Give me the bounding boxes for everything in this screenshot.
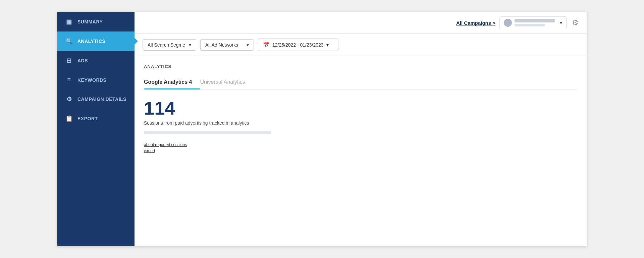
tab-ua-label: Universal Analytics: [200, 79, 245, 85]
ad-networks-chevron-icon: ▾: [247, 42, 249, 48]
account-sub-bar: [515, 24, 545, 26]
analytics-icon: 🔍: [65, 38, 73, 45]
date-range-dropdown[interactable]: 📅 12/25/2022 - 01/23/2023 ▾: [258, 39, 338, 51]
sidebar-item-label-campaign-details: Campaign Details: [77, 96, 126, 102]
dropdown-chevron-icon: ▾: [560, 20, 562, 25]
main-content: All Campaigns > ▾ ⚙ All Search Segme ▾ A…: [135, 12, 587, 246]
sidebar-item-summary[interactable]: ▦ Summary: [57, 12, 135, 31]
account-name-bar: [515, 19, 555, 22]
filter-bar: All Search Segme ▾ All Ad Networks ▾ 📅 1…: [135, 34, 587, 56]
ad-networks-label: All Ad Networks: [205, 42, 238, 48]
metric-value: 114: [144, 99, 577, 118]
ads-icon: ⊟: [65, 57, 73, 64]
export-icon: 📋: [65, 115, 73, 122]
about-reported-sessions-link[interactable]: about reported sessions: [144, 142, 577, 147]
date-range-label: 12/25/2022 - 01/23/2023: [272, 42, 324, 48]
metric-label: Sessions from paid advertising tracked i…: [144, 120, 577, 126]
tab-ga4-label: Google Analytics 4: [144, 79, 192, 85]
sidebar-item-label-ads: Ads: [77, 58, 88, 63]
search-segment-label: All Search Segme: [148, 42, 185, 48]
sidebar-item-label-export: Export: [77, 116, 98, 121]
account-dropdown[interactable]: ▾: [499, 16, 567, 29]
ad-networks-dropdown[interactable]: All Ad Networks ▾: [200, 39, 254, 51]
calendar-icon: 📅: [263, 42, 270, 48]
sidebar-item-label-analytics: Analytics: [77, 39, 105, 44]
sidebar-item-keywords[interactable]: ≡ Keywords: [57, 70, 135, 89]
sidebar-item-campaign-details[interactable]: ⚙ Campaign Details: [57, 89, 135, 109]
account-info: [515, 19, 557, 26]
campaign-details-icon: ⚙: [65, 95, 73, 103]
tab-ua[interactable]: Universal Analytics: [200, 76, 253, 89]
export-link[interactable]: export: [144, 148, 577, 153]
all-campaigns-link[interactable]: All Campaigns >: [456, 20, 495, 26]
sidebar-item-export[interactable]: 📋 Export: [57, 109, 135, 128]
content-area: ANALYTICS Google Analytics 4 Universal A…: [135, 56, 587, 246]
section-title: ANALYTICS: [144, 64, 577, 69]
sidebar-item-analytics[interactable]: 🔍 Analytics: [57, 31, 135, 51]
avatar: [504, 19, 512, 27]
all-campaigns-label: All Campaigns: [456, 20, 491, 26]
summary-icon: ▦: [65, 18, 73, 25]
search-segment-dropdown[interactable]: All Search Segme ▾: [143, 39, 196, 51]
sidebar-item-ads[interactable]: ⊟ Ads: [57, 51, 135, 70]
tab-ga4[interactable]: Google Analytics 4: [144, 76, 200, 89]
sidebar: ▦ Summary 🔍 Analytics ⊟ Ads ≡ Keywords ⚙…: [57, 12, 135, 246]
all-campaigns-chevron: >: [492, 20, 495, 26]
top-header: All Campaigns > ▾ ⚙: [135, 12, 587, 34]
settings-button[interactable]: ⚙: [571, 17, 580, 28]
sidebar-item-label-keywords: Keywords: [77, 77, 106, 83]
redacted-data-bar: [144, 131, 271, 134]
sidebar-item-label-summary: Summary: [77, 19, 103, 24]
date-range-chevron-icon: ▾: [326, 42, 329, 48]
search-segment-chevron-icon: ▾: [189, 42, 191, 48]
app-container: ▦ Summary 🔍 Analytics ⊟ Ads ≡ Keywords ⚙…: [57, 12, 587, 246]
keywords-icon: ≡: [65, 76, 73, 83]
tabs: Google Analytics 4 Universal Analytics: [144, 76, 577, 89]
